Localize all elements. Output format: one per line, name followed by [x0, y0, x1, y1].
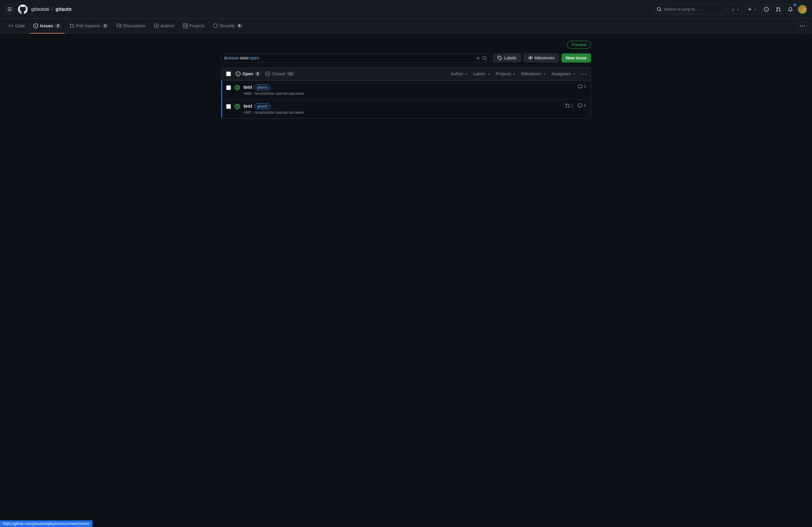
- tab-pr-label: Pull requests: [76, 24, 100, 28]
- labels-btn-label: Labels: [504, 56, 516, 60]
- tab-security-label: Security: [219, 24, 235, 28]
- filter-query-part-1: is:: [224, 56, 229, 60]
- search-button[interactable]: Search or jump to...: [653, 4, 726, 14]
- labels-filter-label: Labels: [473, 72, 485, 76]
- open-issues-toggle[interactable]: Open 2: [236, 72, 260, 76]
- issue-body-2: test gitauto #487 · hiroshinishio opened…: [244, 103, 562, 115]
- tab-actions-label: Actions: [161, 24, 174, 28]
- closed-count: 44: [287, 72, 294, 76]
- tab-projects[interactable]: Projects: [179, 19, 208, 34]
- tab-discussions-label: Discussions: [123, 24, 146, 28]
- open-count: 2: [255, 72, 261, 76]
- issues-nav-button[interactable]: [762, 4, 771, 14]
- org-name[interactable]: gitautoai: [31, 6, 49, 12]
- filter-query-part-2: issue: [229, 56, 238, 60]
- pr-icon: [69, 24, 74, 28]
- preview-area: Preview: [221, 41, 591, 49]
- user-avatar[interactable]: [798, 4, 807, 14]
- filter-query-part-3: state:: [238, 56, 250, 60]
- label-icon: [497, 56, 502, 60]
- filter-search-button[interactable]: [482, 56, 487, 60]
- issue-comments-2[interactable]: 4: [578, 103, 586, 108]
- chevron-down-icon: [464, 72, 468, 76]
- open-closed-toggle: Open 2 Closed 44: [236, 72, 294, 76]
- issue-row-2: test gitauto #487 · hiroshinishio opened…: [221, 99, 591, 118]
- issue-label-1[interactable]: gitauto: [255, 84, 271, 90]
- author-filter-label: Author: [450, 72, 463, 76]
- closed-icon: [265, 72, 270, 76]
- issue-meta-1: #489 · hiroshinishio opened last week: [244, 92, 574, 96]
- comment-icon: [578, 84, 583, 89]
- issue-title-2[interactable]: test: [244, 104, 252, 109]
- more-icon: [800, 24, 805, 29]
- issue-title-1[interactable]: test: [244, 85, 252, 90]
- tab-discussions[interactable]: Discussions: [113, 19, 149, 34]
- author-filter-button[interactable]: Author: [450, 72, 468, 76]
- clear-icon: [476, 56, 480, 61]
- repo-name[interactable]: gitauto: [56, 6, 71, 12]
- new-issue-button[interactable]: New issue: [562, 54, 591, 62]
- assignees-filter-label: Assignees: [551, 72, 571, 76]
- repo-tabs: Code Issues 2 Pull requests 1 Discussion…: [0, 19, 812, 34]
- issues-header-left: Open 2 Closed 44: [226, 72, 446, 76]
- github-logo[interactable]: [18, 4, 28, 14]
- issue-icon: [764, 7, 769, 12]
- milestones-button[interactable]: Milestones: [523, 54, 559, 62]
- filter-clear-button[interactable]: [476, 56, 480, 61]
- tab-security[interactable]: Security 6: [209, 19, 246, 34]
- projects-icon: [183, 24, 188, 28]
- closed-issues-toggle[interactable]: Closed 44: [265, 72, 294, 76]
- milestone-icon: [528, 56, 533, 60]
- hamburger-button[interactable]: [5, 4, 14, 14]
- notifications-button[interactable]: [786, 4, 795, 14]
- issue-left-border: [221, 81, 222, 99]
- tab-issues[interactable]: Issues 2: [30, 19, 64, 34]
- issue-comments-1[interactable]: 3: [578, 84, 586, 89]
- status-bar: https://github.com/gitautoai/gitauto/iss…: [0, 521, 92, 527]
- chevron-down-icon: [542, 72, 547, 76]
- chevron-down-icon: [737, 8, 740, 11]
- select-all-checkbox[interactable]: [226, 72, 231, 76]
- discussions-icon: [117, 24, 121, 28]
- milestones-btn-label: Milestones: [535, 56, 555, 60]
- labels-filter-button[interactable]: Labels: [473, 72, 491, 76]
- tabs-more-button[interactable]: [798, 21, 807, 31]
- issue-checkbox-1[interactable]: [226, 85, 231, 90]
- more-horiz-icon: [581, 72, 586, 77]
- milestones-filter-label: Milestones: [521, 72, 541, 76]
- search-label: Search or jump to...: [664, 7, 698, 11]
- bell-icon: [788, 7, 793, 12]
- chevron-down-icon: [487, 72, 491, 76]
- filter-input-wrap: is:issue state:open: [221, 54, 490, 63]
- labels-button[interactable]: Labels: [493, 54, 521, 62]
- issue-label-2[interactable]: gitauto: [255, 103, 271, 109]
- issue-title-row-1: test gitauto: [244, 84, 574, 90]
- tab-issues-badge: 2: [55, 24, 61, 28]
- pr-link-icon: [565, 103, 570, 108]
- issue-actions-1: 3: [578, 84, 586, 89]
- tab-code[interactable]: Code: [5, 19, 29, 34]
- issue-checkbox-2[interactable]: [226, 104, 231, 109]
- issue-prs-2[interactable]: 1: [565, 103, 573, 108]
- create-button[interactable]: [745, 4, 759, 14]
- header-more-button[interactable]: [581, 71, 586, 77]
- assignees-filter-button[interactable]: Assignees: [551, 72, 576, 76]
- open-label: Open: [242, 72, 253, 76]
- issues-list-header: Open 2 Closed 44 Author: [221, 68, 591, 80]
- projects-filter-button[interactable]: Projects: [496, 72, 517, 76]
- pull-requests-nav-button[interactable]: [773, 4, 783, 14]
- preview-button[interactable]: Preview: [567, 41, 591, 49]
- open-icon: [236, 72, 241, 76]
- tab-code-label: Code: [15, 24, 25, 28]
- copilot-button[interactable]: [728, 4, 742, 14]
- tab-pull-requests[interactable]: Pull requests 1: [66, 19, 112, 34]
- plus-icon: [748, 7, 752, 12]
- milestones-filter-button[interactable]: Milestones: [521, 72, 547, 76]
- issues-header-filters: Author Labels Projects: [450, 71, 586, 77]
- copilot-icon: [730, 7, 736, 12]
- notification-badge: [794, 4, 796, 6]
- chevron-down-icon: [512, 72, 516, 76]
- breadcrumb: gitautoai / gitauto: [31, 6, 71, 12]
- issue-comment-count-2: 4: [584, 104, 586, 108]
- tab-actions[interactable]: Actions: [150, 19, 178, 34]
